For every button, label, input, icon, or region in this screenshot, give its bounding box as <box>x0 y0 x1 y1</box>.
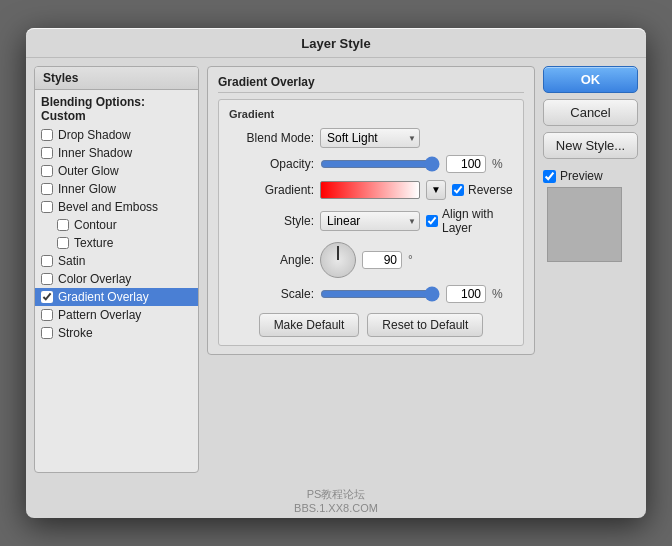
angle-input[interactable] <box>362 251 402 269</box>
pattern-overlay-item[interactable]: Pattern Overlay <box>35 306 198 324</box>
style-wrapper: Linear Radial Angle Reflected Diamond <box>320 211 420 231</box>
gradient-overlay-checkbox[interactable] <box>41 291 53 303</box>
inner-shadow-item[interactable]: Inner Shadow <box>35 144 198 162</box>
satin-label: Satin <box>58 254 85 268</box>
blend-mode-wrapper: Soft Light Normal Multiply Screen Overla… <box>320 128 420 148</box>
angle-row: Angle: ° <box>229 242 513 278</box>
inner-glow-item[interactable]: Inner Glow <box>35 180 198 198</box>
layer-style-list: Blending Options: Custom Drop Shadow Inn… <box>35 90 198 472</box>
contour-label: Contour <box>74 218 117 232</box>
align-layer-text: Align with Layer <box>442 207 513 235</box>
color-overlay-label: Color Overlay <box>58 272 131 286</box>
gradient-row: Gradient: ▼ Reverse <box>229 180 513 200</box>
outer-glow-label: Outer Glow <box>58 164 119 178</box>
contour-checkbox[interactable] <box>57 219 69 231</box>
style-label: Style: <box>229 214 314 228</box>
stroke-label: Stroke <box>58 326 93 340</box>
color-overlay-item[interactable]: Color Overlay <box>35 270 198 288</box>
angle-dial[interactable] <box>320 242 356 278</box>
new-style-button[interactable]: New Style... <box>543 132 638 159</box>
satin-item[interactable]: Satin <box>35 252 198 270</box>
gradient-preview[interactable] <box>320 181 420 199</box>
opacity-input[interactable] <box>446 155 486 173</box>
texture-item[interactable]: Texture <box>35 234 198 252</box>
bevel-emboss-label: Bevel and Emboss <box>58 200 158 214</box>
scale-label: Scale: <box>229 287 314 301</box>
watermark-line1: PS教程论坛 <box>26 487 646 502</box>
gradient-overlay-title: Gradient Overlay <box>218 75 524 93</box>
scale-unit: % <box>492 287 503 301</box>
make-default-button[interactable]: Make Default <box>259 313 360 337</box>
layer-style-dialog: Layer Style Styles Blending Options: Cus… <box>26 28 646 518</box>
bevel-emboss-item[interactable]: Bevel and Emboss <box>35 198 198 216</box>
ok-button[interactable]: OK <box>543 66 638 93</box>
reset-to-default-button[interactable]: Reset to Default <box>367 313 483 337</box>
gradient-overlay-item[interactable]: Gradient Overlay <box>35 288 198 306</box>
gradient-sub-title: Gradient <box>229 108 513 120</box>
scale-input[interactable] <box>446 285 486 303</box>
gradient-overlay-label: Gradient Overlay <box>58 290 149 304</box>
reverse-text: Reverse <box>468 183 513 197</box>
blending-options-item[interactable]: Blending Options: Custom <box>35 92 198 126</box>
preview-area: Preview <box>543 169 638 262</box>
align-layer-label: Align with Layer <box>426 207 513 235</box>
drop-shadow-item[interactable]: Drop Shadow <box>35 126 198 144</box>
outer-glow-checkbox[interactable] <box>41 165 53 177</box>
scale-slider[interactable] <box>320 286 440 302</box>
gradient-overlay-panel: Gradient Overlay Gradient Blend Mode: So… <box>207 66 535 355</box>
action-buttons: Make Default Reset to Default <box>229 313 513 337</box>
gradient-arrow-icon[interactable]: ▼ <box>426 180 446 200</box>
right-panel: OK Cancel New Style... Preview <box>543 66 638 473</box>
color-overlay-checkbox[interactable] <box>41 273 53 285</box>
texture-label: Texture <box>74 236 113 250</box>
inner-shadow-checkbox[interactable] <box>41 147 53 159</box>
styles-header: Styles <box>35 67 198 90</box>
angle-dial-line <box>337 246 339 260</box>
watermark: PS教程论坛 BBS.1.XX8.COM <box>26 481 646 518</box>
gradient-label: Gradient: <box>229 183 314 197</box>
reverse-label: Reverse <box>452 183 513 197</box>
blend-mode-label: Blend Mode: <box>229 131 314 145</box>
cancel-button[interactable]: Cancel <box>543 99 638 126</box>
inner-glow-label: Inner Glow <box>58 182 116 196</box>
angle-label: Angle: <box>229 253 314 267</box>
style-row: Style: Linear Radial Angle Reflected Dia… <box>229 207 513 235</box>
blend-mode-select[interactable]: Soft Light Normal Multiply Screen Overla… <box>320 128 420 148</box>
stroke-item[interactable]: Stroke <box>35 324 198 342</box>
contour-item[interactable]: Contour <box>35 216 198 234</box>
opacity-row: Opacity: % <box>229 155 513 173</box>
angle-unit: ° <box>408 253 413 267</box>
pattern-overlay-label: Pattern Overlay <box>58 308 141 322</box>
drop-shadow-checkbox[interactable] <box>41 129 53 141</box>
left-panel: Styles Blending Options: Custom Drop Sha… <box>34 66 199 473</box>
opacity-slider[interactable] <box>320 156 440 172</box>
preview-checkbox[interactable] <box>543 170 556 183</box>
blend-mode-row: Blend Mode: Soft Light Normal Multiply S… <box>229 128 513 148</box>
bevel-emboss-checkbox[interactable] <box>41 201 53 213</box>
preview-label: Preview <box>543 169 603 183</box>
inner-glow-checkbox[interactable] <box>41 183 53 195</box>
pattern-overlay-checkbox[interactable] <box>41 309 53 321</box>
outer-glow-item[interactable]: Outer Glow <box>35 162 198 180</box>
inner-shadow-label: Inner Shadow <box>58 146 132 160</box>
blending-options-label: Blending Options: Custom <box>41 95 192 123</box>
reverse-checkbox[interactable] <box>452 184 464 196</box>
watermark-line2: BBS.1.XX8.COM <box>26 502 646 514</box>
satin-checkbox[interactable] <box>41 255 53 267</box>
align-layer-checkbox[interactable] <box>426 215 438 227</box>
dialog-title: Layer Style <box>26 28 646 58</box>
opacity-label: Opacity: <box>229 157 314 171</box>
drop-shadow-label: Drop Shadow <box>58 128 131 142</box>
stroke-checkbox[interactable] <box>41 327 53 339</box>
main-content: Gradient Overlay Gradient Blend Mode: So… <box>207 66 535 473</box>
gradient-sub-panel: Gradient Blend Mode: Soft Light Normal M… <box>218 99 524 346</box>
preview-text: Preview <box>560 169 603 183</box>
texture-checkbox[interactable] <box>57 237 69 249</box>
scale-row: Scale: % <box>229 285 513 303</box>
preview-box <box>547 187 622 262</box>
style-select[interactable]: Linear Radial Angle Reflected Diamond <box>320 211 420 231</box>
opacity-unit: % <box>492 157 503 171</box>
